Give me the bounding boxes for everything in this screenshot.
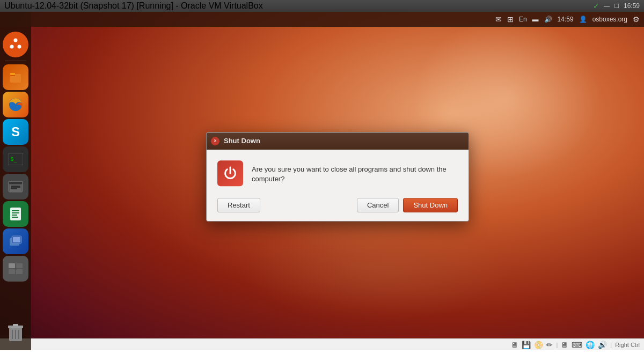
- launcher-skype[interactable]: S: [3, 119, 28, 145]
- statusbar-icon-7[interactable]: 🌐: [586, 341, 595, 349]
- svg-point-1: [14, 39, 18, 42]
- ubuntu-desktop: ✉ ⊞ En ▬ 🔊 14:59 👤 osboxes.org ⚙: [0, 12, 644, 350]
- statusbar-icon-4[interactable]: ✏: [546, 341, 553, 349]
- right-ctrl-label: Right Ctrl: [615, 342, 640, 348]
- svg-text:$_: $_: [10, 156, 18, 162]
- user-icon: 👤: [579, 16, 587, 23]
- launcher-screenshot[interactable]: [3, 174, 28, 200]
- vbox-titlebar: Ubuntu-12.04-32bit (Snapshot 17) [Runnin…: [0, 0, 644, 12]
- dialog-body: Are you sure you want to close all progr…: [207, 150, 469, 191]
- vbox-time: 16:59: [624, 2, 640, 10]
- shutdown-dialog: × Shut Down Are you sure you want to clo…: [206, 132, 469, 221]
- launcher-ubuntu-logo[interactable]: [3, 32, 28, 57]
- keyboard-layout[interactable]: En: [519, 16, 527, 23]
- statusbar-icon-2[interactable]: 💾: [522, 341, 531, 349]
- svg-rect-16: [12, 210, 19, 211]
- svg-rect-19: [12, 217, 18, 218]
- svg-rect-26: [16, 269, 23, 274]
- svg-rect-23: [9, 263, 15, 268]
- power-icon: [217, 160, 243, 186]
- vbox-titlebar-controls: ✓ — ☐ 16:59: [593, 2, 640, 10]
- close-icon: ×: [214, 138, 217, 144]
- launcher-separator-1: [5, 61, 26, 61]
- ubuntu-clock[interactable]: 14:59: [558, 16, 574, 23]
- vbox-maximize-btn[interactable]: ☐: [614, 3, 619, 10]
- statusbar-icon-3[interactable]: 📀: [534, 341, 543, 349]
- launcher-terminal[interactable]: $_: [3, 146, 28, 172]
- svg-rect-24: [16, 263, 23, 268]
- svg-rect-6: [10, 73, 15, 75]
- settings-icon[interactable]: ⚙: [633, 15, 640, 24]
- dialog-close-button[interactable]: ×: [211, 137, 219, 145]
- statusbar-icon-8[interactable]: 🔊: [598, 341, 607, 349]
- ubuntu-topbar-right: ✉ ⊞ En ▬ 🔊 14:59 👤 osboxes.org ⚙: [495, 15, 640, 24]
- statusbar-separator: |: [556, 342, 558, 348]
- statusbar-icon-1[interactable]: 🖥: [511, 341, 518, 349]
- launcher-virtualbox[interactable]: [3, 228, 28, 254]
- unity-launcher: S $_: [0, 12, 31, 350]
- cancel-button[interactable]: Cancel: [357, 198, 399, 212]
- launcher-trash[interactable]: [3, 320, 28, 346]
- battery-icon[interactable]: ▬: [532, 16, 539, 23]
- svg-point-2: [10, 45, 14, 49]
- vbox-status-icon-check: ✓: [593, 2, 599, 10]
- vbox-window-title: Ubuntu-12.04-32bit (Snapshot 17) [Runnin…: [4, 1, 263, 11]
- ubuntu-topbar: ✉ ⊞ En ▬ 🔊 14:59 👤 osboxes.org ⚙: [0, 12, 644, 27]
- svg-rect-11: [9, 182, 22, 184]
- launcher-libreoffice[interactable]: [3, 201, 28, 227]
- svg-rect-17: [12, 212, 19, 213]
- restart-button[interactable]: Restart: [217, 198, 260, 212]
- statusbar-icon-6[interactable]: ⌨: [572, 341, 582, 349]
- dialog-title: Shut Down: [224, 137, 260, 145]
- launcher-files[interactable]: [3, 64, 28, 90]
- network-icon[interactable]: ⊞: [507, 15, 514, 24]
- svg-rect-25: [9, 269, 15, 274]
- svg-rect-15: [10, 208, 21, 220]
- svg-rect-13: [11, 186, 20, 188]
- vbox-minimize-btn[interactable]: —: [604, 3, 610, 9]
- username[interactable]: osboxes.org: [592, 16, 627, 23]
- svg-point-3: [18, 45, 21, 49]
- launcher-workspace-switcher[interactable]: [3, 256, 28, 282]
- svg-rect-22: [13, 237, 20, 242]
- dialog-message: Are you sure you want to close all progr…: [252, 160, 458, 184]
- statusbar-separator-2: |: [610, 342, 612, 348]
- svg-rect-14: [11, 188, 17, 189]
- svg-rect-29: [13, 324, 18, 326]
- mail-icon[interactable]: ✉: [495, 15, 502, 24]
- svg-rect-18: [12, 215, 17, 216]
- launcher-firefox[interactable]: [3, 92, 28, 117]
- dialog-titlebar: × Shut Down: [207, 132, 469, 150]
- volume-icon[interactable]: 🔊: [544, 16, 552, 23]
- dialog-buttons: Restart Cancel Shut Down: [207, 191, 469, 221]
- shutdown-button[interactable]: Shut Down: [403, 198, 458, 212]
- statusbar-icon-5[interactable]: 🖥: [561, 341, 568, 349]
- vbox-statusbar: 🖥 💾 📀 ✏ | 🖥 ⌨ 🌐 🔊 | Right Ctrl: [0, 338, 644, 350]
- desktop-area: × Shut Down Are you sure you want to clo…: [31, 12, 644, 350]
